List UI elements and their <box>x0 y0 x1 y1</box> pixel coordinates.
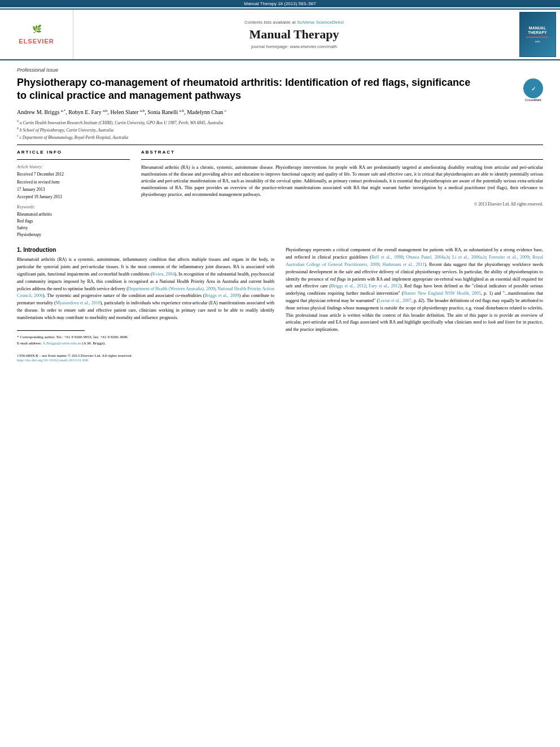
introduction-title: 1. Introduction <box>17 247 274 253</box>
elsevier-tree-icon: 🌿 <box>20 25 54 38</box>
keyword-4: Physiotherapy <box>17 231 130 238</box>
sciverse-link-text[interactable]: SciVerse ScienceDirect <box>297 20 344 25</box>
introduction-col2-text: Physiotherapy represents a critical comp… <box>286 247 543 334</box>
crossmark-svg: ✓ <box>525 80 542 97</box>
cover-title: MANUALTHERAPY <box>528 26 546 36</box>
copyright-notice: © 2013 Elsevier Ltd. All rights reserved… <box>141 202 543 207</box>
journal-citation: Manual Therapy 18 (2013) 583–587 <box>0 0 560 7</box>
crossmark-area: ✓ CrossMark <box>523 78 543 102</box>
footnote-corresponding: * Corresponding author. Tel.: +61 8 9266… <box>17 334 274 340</box>
sciverse-link: Contents lists available at SciVerse Sci… <box>244 20 344 25</box>
cover-divider <box>526 37 549 38</box>
article-info-panel: ARTICLE INFO Article history: Received 7… <box>17 150 130 238</box>
introduction-col-left: 1. Introduction Rheumatoid arthritis (RA… <box>17 247 274 362</box>
keyword-3: Safety <box>17 225 130 231</box>
journal-title-area: Contents lists available at SciVerse Sci… <box>73 10 515 59</box>
article-history-label: Article history: <box>17 164 130 169</box>
title-row: Physiotherapy co-management of rheumatoi… <box>17 76 543 108</box>
introduction-columns: 1. Introduction Rheumatoid arthritis (RA… <box>17 247 543 362</box>
affiliation-c: c c Department of Rheumatology, Royal Pe… <box>17 133 543 141</box>
article-info-abstract-row: ARTICLE INFO Article history: Received 7… <box>17 150 543 238</box>
introduction-col1-text: Rheumatoid arthritis (RA) is a systemic,… <box>17 256 274 321</box>
footnote-email-link[interactable]: A.Briggs@curtin.edu.au <box>42 341 81 346</box>
svg-text:✓: ✓ <box>531 86 536 92</box>
svg-text:🌿: 🌿 <box>32 25 42 34</box>
footer-issn: 1356-689X/$ – see front matter © 2013 El… <box>17 353 274 358</box>
affiliation-b: b b School of Physiotherapy, Curtin Univ… <box>17 126 543 133</box>
footnote-email: E-mail address: A.Briggs@curtin.edu.au (… <box>17 340 274 347</box>
keywords-label: Keywords: <box>17 204 130 209</box>
article-info-header: ARTICLE INFO <box>17 150 130 155</box>
info-divider <box>17 159 130 160</box>
abstract-panel: ABSTRACT Rheumatoid arthritis (RA) is a … <box>141 150 543 238</box>
affiliations: a a Curtin Health Innovation Research In… <box>17 119 543 140</box>
elsevier-logo: 🌿 ELSEVIER <box>11 25 62 45</box>
journal-header: 🌿 ELSEVIER Contents lists available at S… <box>0 8 560 60</box>
publisher-logo-area: 🌿 ELSEVIER <box>0 10 73 59</box>
crossmark-icon: ✓ <box>523 78 543 98</box>
received-revised-label: Received in revised form <box>17 179 130 185</box>
journal-cover-area: MANUALTHERAPY ■■■ <box>515 10 560 59</box>
journal-homepage: journal homepage: www.elsevier.com/math <box>251 44 337 49</box>
abstract-header: ABSTRACT <box>141 150 543 155</box>
authors-line: Andrew M. Briggs a,*, Robyn E. Fary a,b,… <box>17 108 543 115</box>
keyword-2: Red flags <box>17 218 130 225</box>
journal-cover-image: MANUALTHERAPY ■■■ <box>519 12 556 57</box>
cover-decoration: ■■■ <box>535 40 540 43</box>
abstract-text: Rheumatoid arthritis (RA) is a chronic, … <box>141 164 543 198</box>
accepted-date: Accepted 19 January 2013 <box>17 194 130 200</box>
keyword-1: Rheumatoid arthritis <box>17 211 130 218</box>
introduction-section: 1. Introduction Rheumatoid arthritis (RA… <box>17 247 543 362</box>
abstract-divider <box>141 159 543 160</box>
elsevier-name: ELSEVIER <box>19 38 54 45</box>
affiliation-a: a a Curtin Health Innovation Research In… <box>17 119 543 126</box>
received-date: Received 7 December 2012 <box>17 171 130 177</box>
footnote-divider <box>17 330 85 334</box>
article-title: Physiotherapy co-management of rheumatoi… <box>17 76 480 103</box>
article-section-label: Professional issue <box>17 67 543 73</box>
main-content: Professional issue Physiotherapy co-mana… <box>0 60 560 369</box>
revised-date: 17 January 2013 <box>17 186 130 193</box>
section-divider <box>17 145 543 145</box>
footer-doi[interactable]: http://dx.doi.org/10.1016/j.math.2013.01… <box>17 358 274 362</box>
crossmark-label: CrossMark <box>523 98 543 102</box>
introduction-col-right: Physiotherapy represents a critical comp… <box>286 247 543 362</box>
journal-title: Manual Therapy <box>249 27 339 42</box>
